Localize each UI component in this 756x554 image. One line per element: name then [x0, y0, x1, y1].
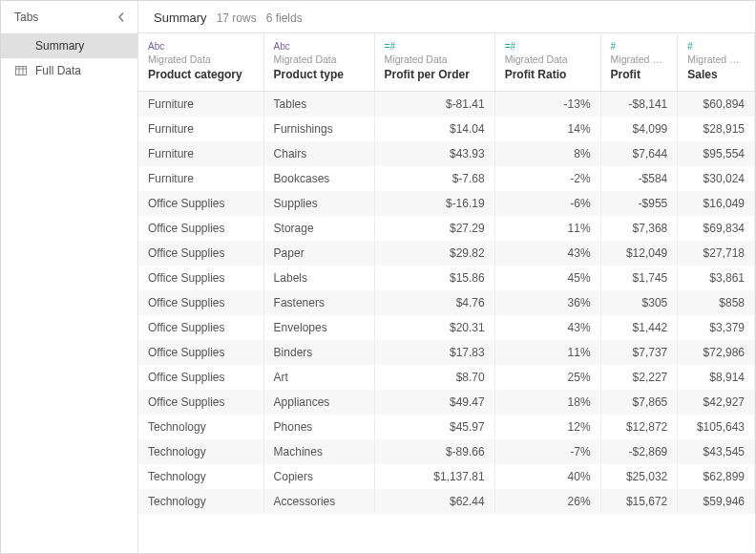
- table-cell: Office Supplies: [138, 266, 263, 290]
- table-cell: $3,861: [678, 266, 755, 290]
- table-row[interactable]: Office SuppliesPaper$29.8243%$12,049$27,…: [138, 241, 755, 266]
- table-cell: $30,024: [678, 166, 755, 191]
- table-cell: -$2,869: [600, 439, 678, 464]
- table-cell: $27,718: [678, 241, 755, 266]
- table-row[interactable]: Office SuppliesAppliances$49.4718%$7,865…: [138, 390, 755, 415]
- table-cell: $305: [600, 290, 678, 315]
- tab-label: Summary: [35, 39, 84, 53]
- table-cell: Binders: [263, 340, 374, 365]
- table-cell: -$8,141: [600, 92, 678, 117]
- table-cell: $3,379: [678, 315, 755, 340]
- table-cell: $60,894: [678, 92, 755, 117]
- table-cell: $8.70: [374, 365, 494, 390]
- table-cell: 43%: [494, 315, 600, 340]
- field-name: Sales: [687, 68, 717, 81]
- sidebar-title: Tabs: [14, 11, 38, 24]
- table-cell: $8,914: [678, 365, 755, 390]
- table-cell: 8%: [494, 141, 600, 166]
- sidebar-tabs: Summary Full Data: [1, 33, 137, 83]
- table-cell: Furniture: [138, 92, 263, 117]
- table-cell: Technology: [138, 439, 263, 464]
- data-table: AbcMigrated DataProduct categoryAbcMigra…: [138, 33, 755, 514]
- table-row[interactable]: TechnologyCopiers$1,137.8140%$25,032$62,…: [138, 464, 755, 489]
- table-cell: Art: [263, 365, 374, 390]
- table-cell: $-16.19: [374, 191, 494, 216]
- table-cell: Furniture: [138, 117, 263, 141]
- table-row[interactable]: Office SuppliesArt$8.7025%$2,227$8,914: [138, 365, 755, 390]
- table-cell: $1,442: [600, 315, 678, 340]
- table-cell: $15,672: [600, 489, 678, 514]
- table-row[interactable]: Office SuppliesLabels$15.8645%$1,745$3,8…: [138, 266, 755, 290]
- table-row[interactable]: FurnitureChairs$43.938%$7,644$95,554: [138, 141, 755, 166]
- table-cell: Office Supplies: [138, 315, 263, 340]
- text-type-icon: Abc: [274, 41, 365, 52]
- table-cell: 36%: [494, 290, 600, 315]
- table-cell: 25%: [494, 365, 600, 390]
- table-cell: $7,644: [600, 141, 678, 166]
- table-cell: Appliances: [263, 390, 374, 415]
- table-cell: $20.31: [374, 315, 494, 340]
- column-header[interactable]: #Migrated D...Sales: [678, 33, 755, 92]
- column-header[interactable]: AbcMigrated DataProduct category: [138, 33, 263, 92]
- table-cell: -13%: [494, 92, 600, 117]
- table-cell: $62.44: [374, 489, 494, 514]
- table-cell: $62,899: [678, 464, 755, 489]
- sidebar-header: Tabs: [1, 1, 137, 33]
- table-body: FurnitureTables$-81.41-13%-$8,141$60,894…: [138, 92, 755, 515]
- table-cell: Office Supplies: [138, 241, 263, 266]
- tab-full-data[interactable]: Full Data: [1, 58, 137, 83]
- table-cell: Accessories: [263, 489, 374, 514]
- table-cell: Technology: [138, 415, 263, 439]
- table-row[interactable]: FurnitureBookcases$-7.68-2%-$584$30,024: [138, 166, 755, 191]
- column-header[interactable]: AbcMigrated DataProduct type: [263, 33, 374, 92]
- table-cell: 18%: [494, 390, 600, 415]
- table-cell: -$584: [600, 166, 678, 191]
- table-cell: Furnishings: [263, 117, 374, 141]
- table-scroll[interactable]: AbcMigrated DataProduct categoryAbcMigra…: [138, 33, 755, 553]
- table-cell: $29.82: [374, 241, 494, 266]
- table-row[interactable]: Office SuppliesEnvelopes$20.3143%$1,442$…: [138, 315, 755, 340]
- table-head: AbcMigrated DataProduct categoryAbcMigra…: [138, 33, 755, 92]
- table-cell: $27.29: [374, 216, 494, 241]
- number-type-icon: #: [687, 41, 745, 52]
- table-cell: 26%: [494, 489, 600, 514]
- field-source: Migrated D...: [687, 53, 745, 65]
- tab-summary[interactable]: Summary: [1, 33, 137, 58]
- table-row[interactable]: Office SuppliesSupplies$-16.19-6%-$955$1…: [138, 191, 755, 216]
- table-cell: $15.86: [374, 266, 494, 290]
- table-cell: Bookcases: [263, 166, 374, 191]
- field-source: Migrated D...: [611, 53, 668, 65]
- tab-label: Full Data: [35, 64, 81, 77]
- table-cell: $4,099: [600, 117, 678, 141]
- table-cell: Office Supplies: [138, 191, 263, 216]
- table-cell: $72,986: [678, 340, 755, 365]
- table-cell: $2,227: [600, 365, 678, 390]
- table-row[interactable]: Office SuppliesFasteners$4.7636%$305$858: [138, 290, 755, 315]
- table-row[interactable]: TechnologyPhones$45.9712%$12,872$105,643: [138, 415, 755, 439]
- table-cell: 12%: [494, 415, 600, 439]
- field-name: Product type: [274, 68, 344, 81]
- table-row[interactable]: Office SuppliesStorage$27.2911%$7,368$69…: [138, 216, 755, 241]
- table-cell: -$955: [600, 191, 678, 216]
- page-title: Summary: [154, 11, 207, 25]
- number-type-icon: #: [611, 41, 668, 52]
- chevron-left-icon[interactable]: [116, 12, 126, 22]
- field-source: Migrated Data: [148, 53, 254, 65]
- column-header[interactable]: #Migrated D...Profit: [600, 33, 678, 92]
- column-header[interactable]: =#Migrated DataProfit Ratio: [494, 33, 600, 92]
- column-header[interactable]: =#Migrated DataProfit per Order: [374, 33, 494, 92]
- table-cell: $14.04: [374, 117, 494, 141]
- table-cell: Office Supplies: [138, 365, 263, 390]
- number-type-icon: =#: [505, 41, 591, 52]
- table-row[interactable]: FurnitureTables$-81.41-13%-$8,141$60,894: [138, 92, 755, 117]
- table-cell: Chairs: [263, 141, 374, 166]
- field-name: Profit: [611, 68, 640, 81]
- field-name: Profit Ratio: [505, 68, 567, 81]
- table-row[interactable]: Office SuppliesBinders$17.8311%$7,737$72…: [138, 340, 755, 365]
- table-cell: Machines: [263, 439, 374, 464]
- table-row[interactable]: TechnologyAccessories$62.4426%$15,672$59…: [138, 489, 755, 514]
- table-cell: $12,049: [600, 241, 678, 266]
- table-row[interactable]: TechnologyMachines$-89.66-7%-$2,869$43,5…: [138, 439, 755, 464]
- table-row[interactable]: FurnitureFurnishings$14.0414%$4,099$28,9…: [138, 117, 755, 141]
- table-cell: Technology: [138, 464, 263, 489]
